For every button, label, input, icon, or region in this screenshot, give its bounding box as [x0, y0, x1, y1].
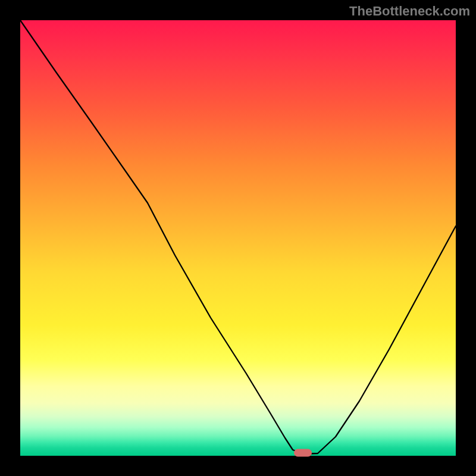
optimal-point-marker: [294, 449, 312, 457]
chart-frame: TheBottleneck.com: [0, 0, 476, 476]
plot-area: [20, 20, 456, 456]
bottleneck-curve: [20, 20, 456, 456]
watermark-text: TheBottleneck.com: [349, 4, 470, 19]
